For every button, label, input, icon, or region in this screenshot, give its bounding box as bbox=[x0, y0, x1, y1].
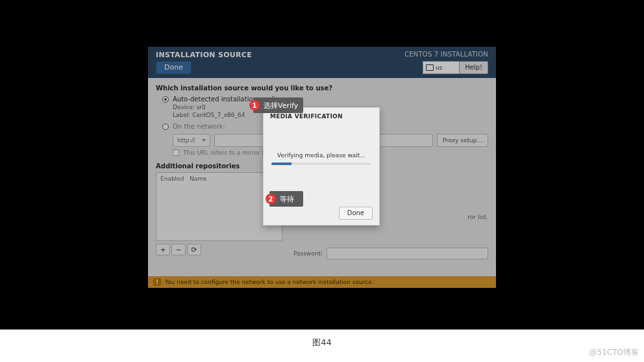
figure-caption: 图44 bbox=[0, 337, 644, 348]
watermark: @51CTO博客 bbox=[589, 347, 639, 358]
annotation-1-badge: 1 bbox=[249, 100, 260, 110]
annotation-2-badge: 2 bbox=[266, 194, 276, 204]
progress-bar bbox=[271, 162, 371, 165]
modal-text: Verifying media, please wait... bbox=[264, 152, 379, 159]
annotation-1-text: 选择Verify bbox=[264, 101, 298, 110]
annotation-2: 2 等待 bbox=[269, 191, 303, 207]
black-letterbox: INSTALLATION SOURCE Done CENTOS 7 INSTAL… bbox=[0, 0, 644, 330]
annotation-1: 1 选择Verify bbox=[253, 97, 303, 113]
modal-done-button[interactable]: Done bbox=[339, 207, 373, 220]
progress-fill bbox=[271, 162, 291, 165]
verification-modal: MEDIA VERIFICATION Verifying media, plea… bbox=[263, 107, 380, 226]
annotation-2-text: 等待 bbox=[280, 194, 294, 204]
